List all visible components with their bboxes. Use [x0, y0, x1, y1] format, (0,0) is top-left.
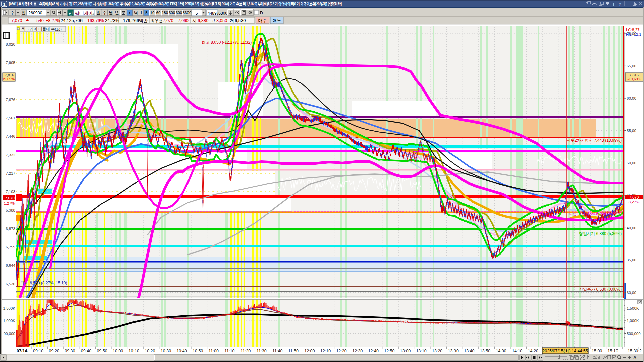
svg-text:4489: 4489 [208, 11, 217, 16]
svg-text:최고 8,050 (-12,17%, 11:32): 최고 8,050 (-12,17%, 11:32) [202, 40, 252, 45]
svg-text:10:00: 10:00 [113, 349, 123, 353]
svg-text:전일종가 6,530 (0,00%): 전일종가 6,530 (0,00%) [579, 287, 622, 292]
svg-text:10:40: 10:40 [176, 349, 187, 353]
svg-text:10:50: 10:50 [193, 349, 203, 353]
svg-text:15:10: 15:10 [608, 349, 618, 353]
svg-text:D: D [260, 11, 263, 15]
svg-text:11:00: 11:00 [209, 349, 219, 353]
svg-text:6,644: 6,644 [6, 263, 15, 267]
svg-text:13:10: 13:10 [416, 349, 426, 353]
svg-text:540: 540 [36, 18, 44, 23]
svg-text:60: 60 [156, 11, 161, 15]
svg-text:6,759: 6,759 [6, 245, 15, 249]
svg-text:14:20: 14:20 [528, 349, 538, 353]
svg-text:매도: 매도 [273, 18, 281, 23]
svg-text:11:30: 11:30 [256, 349, 266, 353]
svg-text:5: 5 [196, 11, 198, 16]
svg-text:LC:8,27: LC:8,27 [626, 28, 639, 32]
svg-text:7,217: 7,217 [6, 171, 15, 175]
svg-text:8,050: 8,050 [216, 18, 227, 23]
svg-text:35,00: 35,00 [627, 258, 636, 262]
svg-text:1,000K: 1,000K [627, 319, 639, 323]
svg-text:+8.27%: +8.27% [46, 18, 60, 23]
svg-text:T: T [612, 2, 615, 7]
svg-text:1: 1 [140, 11, 142, 15]
svg-text:고: 고 [211, 18, 215, 23]
svg-text:저: 저 [230, 18, 234, 23]
svg-text:13:40: 13:40 [464, 349, 474, 353]
svg-text:300: 300 [169, 11, 175, 15]
svg-text:6,530: 6,530 [6, 282, 15, 286]
svg-text:12:00: 12:00 [304, 349, 315, 353]
svg-text:최저 6,530 (8,27%, 15:19): 최저 6,530 (8,27%, 15:19) [20, 281, 67, 285]
svg-text:HC:-12,1: HC:-12,1 [626, 32, 641, 36]
svg-text:7,070: 7,070 [11, 18, 22, 23]
svg-text:7,060: 7,060 [178, 18, 189, 23]
svg-text:분: 분 [121, 10, 126, 15]
svg-text:/6300: /6300 [217, 11, 227, 16]
svg-text:19,69%: 19,69% [2, 77, 15, 81]
svg-text:12:40: 12:40 [368, 349, 379, 353]
svg-text:7,070: 7,070 [5, 196, 15, 200]
svg-text:주: 주 [103, 10, 107, 15]
svg-text:07/14: 07/14 [17, 349, 27, 353]
svg-text:10:20: 10:20 [145, 349, 155, 353]
svg-text:14:00: 14:00 [496, 349, 506, 353]
svg-text:7,103: 7,103 [6, 190, 15, 194]
svg-text:12:50: 12:50 [384, 349, 394, 353]
svg-text:년: 년 [115, 10, 119, 15]
svg-text:1,27%: 1,27% [4, 201, 15, 205]
svg-text:10:10: 10:10 [129, 349, 139, 353]
svg-text:-19,69%: -19,69% [628, 77, 641, 81]
svg-text:월: 월 [109, 10, 113, 15]
svg-text:6,873: 6,873 [6, 227, 15, 231]
svg-text:[0601] 주식종합차트 - 유통비율[46.9] 거래대: [0601] 주식종합차트 - 유통비율[46.9] 거래대금[179,266(… [9, 2, 342, 6]
svg-text:6,988: 6,988 [6, 208, 15, 212]
svg-text:3600: 3600 [183, 11, 192, 15]
svg-text:24,125,706: 24,125,706 [61, 18, 83, 23]
svg-text:전: 전 [22, 10, 26, 15]
svg-text:피봇2차저항선 7,443 (13,99%): 피봇2차저항선 7,443 (13,99%) [567, 138, 622, 143]
svg-text:11:40: 11:40 [272, 349, 282, 353]
svg-text:7,446: 7,446 [6, 134, 15, 138]
svg-text:13:30: 13:30 [448, 349, 459, 353]
svg-text:신: 신 [69, 11, 73, 16]
svg-text:씨티케이 매물대 수(13): 씨티케이 매물대 수(13) [22, 27, 62, 31]
svg-text:씨티케이: 씨티케이 [75, 11, 93, 16]
svg-text:13:20: 13:20 [432, 349, 442, 353]
svg-text:11:50: 11:50 [288, 349, 299, 353]
svg-text:12:30: 12:30 [352, 349, 363, 353]
svg-text:55,00: 55,00 [627, 129, 636, 133]
svg-text:6,880: 6,880 [198, 18, 209, 23]
svg-text:피봇1차저항선 6,988 (6,99%): 피봇1차저항선 6,988 (6,99%) [569, 212, 622, 216]
svg-text:5: 5 [145, 11, 147, 15]
svg-text:30,00: 30,00 [627, 291, 636, 295]
svg-text:09:20: 09:20 [49, 349, 59, 353]
svg-text:7,561: 7,561 [6, 116, 15, 120]
svg-text:11:20: 11:20 [240, 349, 251, 353]
svg-text:?: ? [619, 2, 621, 7]
svg-text:당일시가 6,880 (5,36%): 당일시가 6,880 (5,36%) [579, 231, 622, 236]
svg-text:7,070: 7,070 [629, 195, 639, 199]
svg-text:65,00: 65,00 [627, 64, 636, 68]
svg-text:시: 시 [192, 18, 197, 23]
svg-text:6,530: 6,530 [235, 18, 246, 23]
svg-text:14:10: 14:10 [512, 349, 522, 353]
svg-text:500,000: 500,000 [627, 331, 641, 336]
svg-text:10: 10 [150, 11, 155, 15]
svg-text:13:00: 13:00 [400, 349, 411, 353]
svg-text:180: 180 [162, 11, 168, 15]
svg-text:15:30:2: 15:30:2 [628, 349, 642, 353]
svg-text:09:40: 09:40 [81, 349, 91, 353]
svg-text:1,000K: 1,000K [3, 319, 16, 323]
svg-text:일: 일 [96, 10, 101, 15]
svg-text:2025/07/15(화) 14:44:55: 2025/07/15(화) 14:44:55 [542, 349, 588, 353]
svg-text:7,676: 7,676 [6, 98, 15, 102]
svg-text:A: A [633, 355, 637, 360]
svg-text:7,816: 7,816 [5, 73, 14, 77]
svg-text:최우선: 최우선 [151, 18, 163, 23]
svg-text:10:30: 10:30 [161, 349, 171, 353]
svg-text:50,00: 50,00 [627, 161, 636, 165]
svg-text:1,500K: 1,500K [627, 306, 639, 310]
svg-text:60,00: 60,00 [627, 96, 636, 100]
